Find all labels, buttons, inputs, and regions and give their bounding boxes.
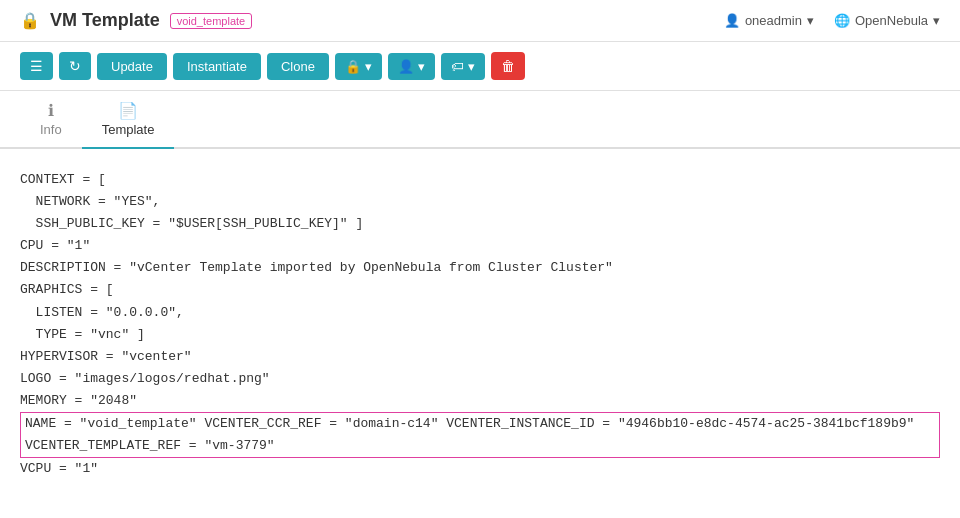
top-bar-right: 👤 oneadmin ▾ 🌐 OpenNebula ▾ (724, 13, 940, 28)
instantiate-button[interactable]: Instantiate (173, 53, 261, 80)
page-title: VM Template (50, 10, 160, 31)
info-tab-label: Info (40, 122, 62, 137)
user-btn-icon: 👤 (398, 59, 414, 74)
template-tab-icon: 📄 (118, 101, 138, 120)
template-tab-label: Template (102, 122, 155, 137)
template-badge: void_template (170, 13, 253, 29)
toolbar: ☰ ↻ Update Instantiate Clone 🔒 ▾ 👤 ▾ 🏷 ▾… (0, 42, 960, 91)
delete-button[interactable]: 🗑 (491, 52, 525, 80)
code-lines-after: VCPU = "1" (20, 458, 940, 480)
user-dropdown-icon: ▾ (807, 13, 814, 28)
user-icon: 👤 (724, 13, 740, 28)
tag-dropdown-button[interactable]: 🏷 ▾ (441, 53, 485, 80)
update-button[interactable]: Update (97, 53, 167, 80)
lock-icon: 🔒 (20, 11, 40, 30)
top-bar: 🔒 VM Template void_template 👤 oneadmin ▾… (0, 0, 960, 42)
code-content: CONTEXT = [ NETWORK = "YES", SSH_PUBLIC_… (0, 149, 960, 500)
tab-info[interactable]: ℹ Info (20, 91, 82, 149)
cloud-name: OpenNebula (855, 13, 928, 28)
tab-template[interactable]: 📄 Template (82, 91, 175, 149)
cloud-icon: 🌐 (834, 13, 850, 28)
user-dropdown-arrow: ▾ (418, 59, 425, 74)
tabs: ℹ Info 📄 Template (0, 91, 960, 149)
user-info[interactable]: 👤 oneadmin ▾ (724, 13, 814, 28)
top-bar-left: 🔒 VM Template void_template (20, 10, 252, 31)
user-dropdown-button[interactable]: 👤 ▾ (388, 53, 435, 80)
cloud-info[interactable]: 🌐 OpenNebula ▾ (834, 13, 940, 28)
cloud-dropdown-icon: ▾ (933, 13, 940, 28)
back-button[interactable]: ☰ (20, 52, 53, 80)
clone-button[interactable]: Clone (267, 53, 329, 80)
lock-dropdown-arrow: ▾ (365, 59, 372, 74)
refresh-button[interactable]: ↻ (59, 52, 91, 80)
tag-dropdown-arrow: ▾ (468, 59, 475, 74)
code-lines-before: CONTEXT = [ NETWORK = "YES", SSH_PUBLIC_… (20, 169, 940, 412)
info-tab-icon: ℹ (48, 101, 54, 120)
username: oneadmin (745, 13, 802, 28)
lock-dropdown-button[interactable]: 🔒 ▾ (335, 53, 382, 80)
lock-btn-icon: 🔒 (345, 59, 361, 74)
tag-btn-icon: 🏷 (451, 59, 464, 74)
code-highlighted-block: NAME = "void_template" VCENTER_CCR_REF =… (20, 412, 940, 458)
